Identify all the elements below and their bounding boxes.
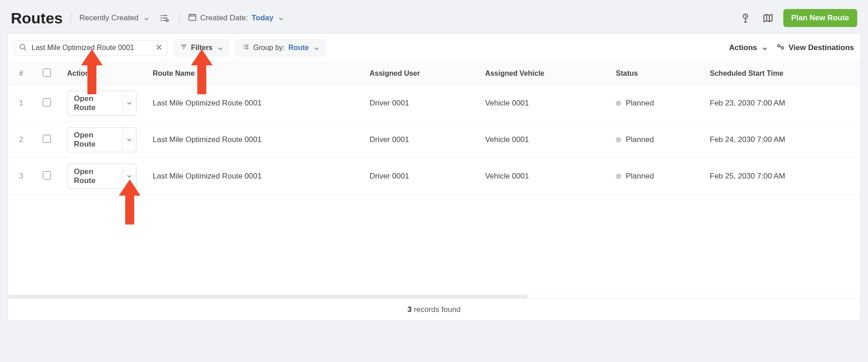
- open-route-button[interactable]: Open Route: [68, 91, 123, 115]
- toolbar: Filters Group by: Route: [8, 34, 860, 62]
- table-row: 2Open RouteLast Mile Optimized Route 000…: [8, 122, 860, 158]
- created-date-value: Today: [251, 14, 273, 23]
- cell-assigned-user: Driver 0001: [361, 85, 477, 122]
- status-dot-icon: [616, 137, 621, 142]
- empty-space: [8, 195, 860, 294]
- status-dot-icon: [616, 174, 621, 179]
- table-row: 3Open RouteLast Mile Optimized Route 000…: [8, 158, 860, 195]
- svg-point-0: [166, 19, 168, 22]
- search-icon: [19, 43, 27, 53]
- row-checkbox[interactable]: [43, 171, 51, 179]
- svg-rect-1: [189, 14, 195, 20]
- svg-point-3: [20, 44, 25, 49]
- open-route-button[interactable]: Open Route: [68, 164, 123, 188]
- cell-assigned-vehicle: Vehicle 0001: [477, 85, 608, 122]
- cell-assigned-vehicle: Vehicle 0001: [477, 122, 608, 158]
- records-count: 3: [407, 305, 411, 314]
- created-date-label: Created Date:: [200, 14, 248, 23]
- chevron-down-icon: [144, 14, 149, 23]
- status-text: Planned: [626, 99, 654, 108]
- routes-panel: Filters Group by: Route: [7, 33, 861, 321]
- col-assigned-user[interactable]: Assigned User: [361, 62, 477, 85]
- open-route-split-button: Open Route: [67, 164, 136, 189]
- svg-point-4: [777, 45, 780, 47]
- horizontal-scrollbar[interactable]: [8, 294, 860, 298]
- cell-assigned-user: Driver 0001: [361, 122, 477, 158]
- divider: [179, 12, 180, 24]
- search-box[interactable]: [14, 40, 167, 56]
- row-number: 2: [8, 122, 35, 158]
- scrollbar-thumb[interactable]: [8, 295, 528, 298]
- open-route-dropdown[interactable]: [123, 91, 136, 115]
- col-select-all: [35, 62, 59, 85]
- cell-route-name: Last Mile Optimized Route 0001: [145, 158, 361, 195]
- open-route-split-button: Open Route: [67, 127, 136, 152]
- calendar-icon: [188, 13, 197, 24]
- columns-settings-icon[interactable]: [157, 11, 171, 25]
- records-label: records found: [414, 305, 461, 314]
- status-text: Planned: [626, 172, 654, 181]
- table-header-row: # Actions Route Name Assigned User Assig…: [8, 62, 860, 85]
- recently-created-label: Recently Created: [79, 14, 138, 23]
- open-route-dropdown[interactable]: [123, 128, 136, 152]
- chevron-down-icon: [314, 44, 319, 52]
- filters-label: Filters: [191, 44, 213, 52]
- created-date-filter[interactable]: Created Date: Today: [188, 13, 284, 24]
- filter-icon: [180, 43, 187, 52]
- col-status[interactable]: Status: [608, 62, 702, 85]
- col-scheduled-start[interactable]: Scheduled Start Time: [702, 62, 860, 85]
- cell-status: Planned: [608, 158, 702, 195]
- destinations-icon: [776, 42, 785, 54]
- col-assigned-vehicle[interactable]: Assigned Vehicle: [477, 62, 608, 85]
- actions-label: Actions: [729, 43, 757, 52]
- page-title: Routes: [11, 9, 63, 27]
- cell-status: Planned: [608, 122, 702, 158]
- cell-assigned-user: Driver 0001: [361, 158, 477, 195]
- group-by-value: Route: [288, 44, 309, 52]
- status-text: Planned: [626, 135, 654, 144]
- cell-status: Planned: [608, 85, 702, 122]
- table-row: 1Open RouteLast Mile Optimized Route 000…: [8, 85, 860, 122]
- group-by-button[interactable]: Group by: Route: [236, 39, 326, 56]
- plan-new-route-button[interactable]: Plan New Route: [783, 9, 857, 27]
- list-icon: [242, 43, 250, 52]
- timeline-icon[interactable]: [738, 11, 753, 25]
- records-footer: 3 records found: [8, 298, 860, 321]
- view-destinations-button[interactable]: View Destinations: [776, 42, 854, 54]
- col-number: #: [8, 62, 35, 85]
- open-route-button[interactable]: Open Route: [68, 128, 123, 152]
- recently-created-dropdown[interactable]: Recently Created: [79, 14, 148, 23]
- cell-assigned-vehicle: Vehicle 0001: [477, 158, 608, 195]
- chevron-down-icon: [763, 43, 767, 52]
- map-icon[interactable]: [761, 11, 775, 25]
- cell-scheduled-start: Feb 24, 2030 7:00 AM: [702, 122, 860, 158]
- cell-route-name: Last Mile Optimized Route 0001: [145, 122, 361, 158]
- row-number: 3: [8, 158, 35, 195]
- chevron-down-icon: [218, 44, 223, 52]
- open-route-dropdown[interactable]: [123, 164, 136, 188]
- cell-scheduled-start: Feb 23, 2030 7:00 AM: [702, 85, 860, 122]
- row-checkbox[interactable]: [43, 98, 51, 106]
- search-input[interactable]: [32, 44, 151, 52]
- col-route-name[interactable]: Route Name: [145, 62, 361, 85]
- actions-dropdown[interactable]: Actions: [729, 43, 767, 52]
- chevron-down-icon: [279, 14, 283, 23]
- open-route-split-button: Open Route: [67, 91, 136, 116]
- row-number: 1: [8, 85, 35, 122]
- view-destinations-label: View Destinations: [789, 43, 854, 52]
- cell-route-name: Last Mile Optimized Route 0001: [145, 85, 361, 122]
- row-checkbox[interactable]: [43, 135, 51, 143]
- status-dot-icon: [616, 101, 621, 106]
- svg-point-5: [781, 47, 783, 49]
- routes-table: # Actions Route Name Assigned User Assig…: [8, 62, 860, 195]
- divider: [71, 12, 71, 24]
- clear-search-icon[interactable]: [156, 44, 162, 52]
- col-actions[interactable]: Actions: [59, 62, 145, 85]
- filters-button[interactable]: Filters: [173, 39, 229, 56]
- page-header: Routes Recently Created Created Date: To…: [7, 5, 861, 33]
- group-by-label: Group by:: [253, 44, 285, 52]
- cell-scheduled-start: Feb 25, 2030 7:00 AM: [702, 158, 860, 195]
- select-all-checkbox[interactable]: [43, 69, 51, 77]
